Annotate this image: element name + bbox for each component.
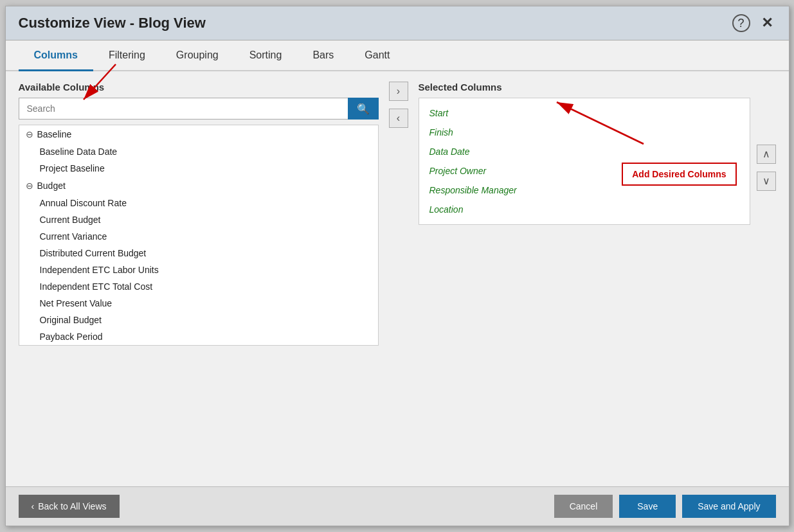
header-icons: ? ✕ (732, 14, 776, 32)
save-button[interactable]: Save (619, 495, 676, 518)
list-item[interactable]: Finish (419, 123, 750, 142)
list-item[interactable]: Original Budget (19, 312, 378, 328)
selected-panel: Selected Columns Start Finish Data Date … (419, 82, 750, 225)
tab-filtering[interactable]: Filtering (93, 40, 161, 70)
list-item[interactable]: Current Variance (19, 228, 378, 245)
group-budget[interactable]: ⊖ Budget (19, 177, 378, 195)
tabs-bar: Columns Filtering Grouping Sorting Bars … (6, 40, 789, 71)
cancel-button[interactable]: Cancel (554, 495, 613, 518)
tab-sorting[interactable]: Sorting (234, 40, 298, 70)
group-baseline[interactable]: ⊖ Baseline (19, 125, 378, 143)
dialog-title: Customize View - Blog View (19, 15, 206, 31)
selected-area: Selected Columns Start Finish Data Date … (419, 82, 776, 225)
available-columns-list[interactable]: ⊖ Baseline Baseline Data Date Project Ba… (19, 125, 379, 346)
list-item[interactable]: Current Budget (19, 211, 378, 228)
footer-right: Cancel Save Save and Apply (554, 495, 776, 518)
dialog-footer: ‹ Back to All Views Cancel Save Save and… (6, 486, 789, 526)
list-item[interactable]: Location (419, 200, 750, 219)
list-item[interactable]: Annual Discount Rate (19, 195, 378, 211)
list-item[interactable]: Baseline Data Date (19, 143, 378, 160)
save-and-apply-button[interactable]: Save and Apply (682, 495, 775, 518)
tab-grouping[interactable]: Grouping (161, 40, 234, 70)
search-icon: 🔍 (357, 103, 370, 114)
group-baseline-label: Baseline (37, 129, 72, 139)
tab-bars[interactable]: Bars (297, 40, 349, 70)
columns-row: Available Columns 🔍 ⊖ Baseline Baseline … (19, 82, 776, 476)
transfer-buttons: › ‹ (379, 82, 419, 128)
available-columns-title: Available Columns (19, 82, 379, 93)
reorder-buttons: ∧ ∨ (750, 82, 776, 225)
list-item[interactable]: Data Date (419, 142, 750, 161)
tab-gantt[interactable]: Gantt (349, 40, 405, 70)
close-button[interactable]: ✕ (758, 14, 776, 32)
list-item[interactable]: Responsible Manager (419, 181, 750, 200)
back-label: Back to All Views (38, 501, 106, 511)
back-to-all-views-button[interactable]: ‹ Back to All Views (19, 495, 120, 518)
list-item[interactable]: Start (419, 103, 750, 123)
dialog-header: Customize View - Blog View ? ✕ (6, 6, 789, 40)
search-button[interactable]: 🔍 (348, 98, 379, 120)
list-item[interactable]: Payback Period (19, 328, 378, 345)
dialog-body: Available Columns 🔍 ⊖ Baseline Baseline … (6, 71, 789, 486)
collapse-icon: ⊖ (26, 129, 33, 139)
footer-left: ‹ Back to All Views (19, 495, 120, 518)
list-item[interactable]: Net Present Value (19, 295, 378, 312)
collapse-icon: ⊖ (26, 181, 33, 191)
back-arrow-icon: ‹ (32, 501, 35, 511)
add-column-button[interactable]: › (389, 82, 408, 101)
list-item[interactable]: Project Owner (419, 161, 750, 181)
search-input[interactable] (19, 98, 348, 120)
selected-columns-title: Selected Columns (419, 82, 750, 93)
group-budget-label: Budget (37, 181, 66, 191)
list-item[interactable]: Project Baseline (19, 160, 378, 177)
list-item[interactable]: Independent ETC Total Cost (19, 278, 378, 295)
list-item[interactable]: Independent ETC Labor Units (19, 262, 378, 278)
remove-column-button[interactable]: ‹ (389, 109, 408, 128)
customize-view-dialog: Customize View - Blog View ? ✕ Columns F… (5, 6, 789, 526)
available-panel: Available Columns 🔍 ⊖ Baseline Baseline … (19, 82, 379, 346)
move-up-button[interactable]: ∧ (757, 145, 776, 164)
search-row: 🔍 (19, 98, 379, 120)
list-item[interactable]: Distributed Current Budget (19, 245, 378, 262)
help-button[interactable]: ? (732, 14, 750, 32)
move-down-button[interactable]: ∨ (757, 172, 776, 191)
selected-columns-list[interactable]: Start Finish Data Date Project Owner Res… (419, 98, 750, 225)
tab-columns[interactable]: Columns (19, 40, 93, 70)
